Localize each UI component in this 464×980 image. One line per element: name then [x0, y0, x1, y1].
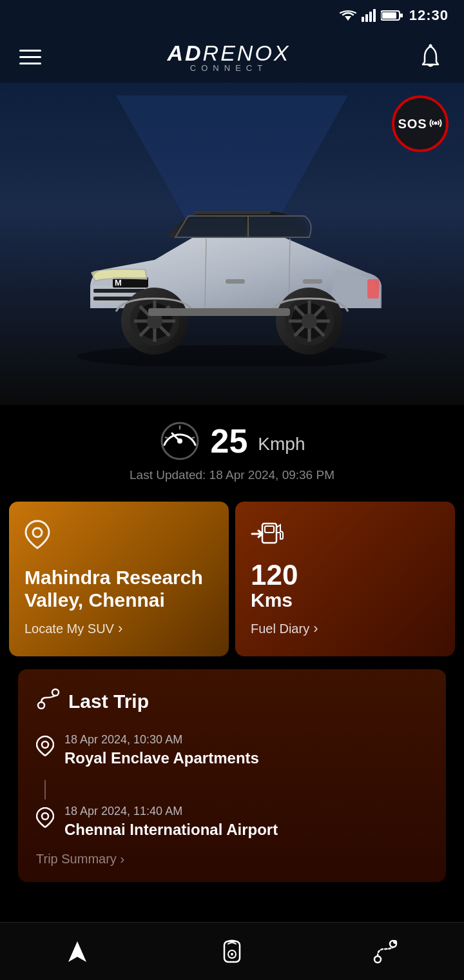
fuel-diary-link[interactable]: Fuel Diary — [251, 620, 440, 637]
location-card: Mahindra Research Valley, Chennai Locate… — [9, 502, 229, 656]
last-trip-header: Last Trip — [36, 687, 428, 715]
trip-point-2-info: 18 Apr 2024, 11:40 AM Chennai Internatio… — [64, 805, 278, 839]
signal-icon — [362, 9, 376, 22]
svg-rect-7 — [400, 14, 403, 17]
fuel-kms-value: 120 — [251, 561, 440, 589]
trip-point-1-info: 18 Apr 2024, 10:30 AM Royal Enclave Apar… — [64, 733, 259, 767]
svg-point-10 — [77, 345, 387, 366]
svg-line-44 — [165, 437, 168, 438]
fuel-icon — [251, 520, 285, 547]
svg-text:M: M — [115, 278, 122, 288]
app-header: ADRENOX CONNECT — [0, 31, 464, 83]
location-pin-2-icon — [36, 807, 54, 828]
location-card-icon — [24, 520, 213, 555]
sos-button[interactable]: SOS — [392, 95, 449, 152]
locate-suv-link[interactable]: Locate My SUV — [24, 620, 213, 637]
sos-signal-icon — [429, 116, 443, 132]
svg-point-50 — [42, 741, 48, 748]
bell-icon — [418, 44, 443, 70]
car-image: M — [39, 160, 425, 379]
svg-point-49 — [52, 689, 59, 696]
svg-rect-19 — [226, 279, 245, 284]
svg-rect-3 — [369, 12, 372, 22]
trip-start-icon — [36, 736, 54, 761]
trip-point-2-location: Chennai International Airport — [64, 821, 278, 839]
svg-point-8 — [429, 44, 432, 48]
svg-rect-16 — [367, 279, 379, 299]
svg-rect-20 — [303, 279, 322, 284]
trip-point-2-time: 18 Apr 2024, 11:40 AM — [64, 805, 278, 818]
svg-rect-12 — [93, 289, 145, 293]
svg-point-57 — [393, 940, 397, 944]
remote-control-icon — [218, 937, 246, 966]
speed-section: 25 Kmph Last Updated: 18 Apr 2024, 09:36… — [0, 405, 464, 495]
svg-line-43 — [191, 437, 195, 438]
fuel-kms-unit: Kms — [251, 589, 440, 611]
trip-point-1-location: Royal Enclave Apartments — [64, 749, 259, 767]
svg-point-9 — [434, 121, 437, 124]
bottom-navigation — [0, 922, 464, 980]
logo-text: ADRENOX — [167, 41, 290, 66]
svg-point-45 — [33, 528, 42, 537]
svg-point-55 — [374, 956, 381, 963]
svg-rect-1 — [362, 17, 364, 22]
hamburger-menu-button[interactable] — [19, 50, 41, 64]
svg-point-48 — [38, 702, 44, 709]
track-icon — [372, 937, 401, 966]
fuel-value-row: 120 Kms — [251, 556, 440, 611]
svg-point-54 — [231, 953, 233, 956]
car-illustration: M — [52, 173, 412, 366]
navigation-icon — [63, 937, 92, 966]
fuel-card: 120 Kms Fuel Diary — [235, 502, 455, 656]
status-icons — [340, 9, 403, 22]
trip-connector-line — [44, 780, 46, 799]
battery-icon — [381, 10, 403, 21]
speed-unit: Kmph — [258, 434, 305, 455]
location-name: Mahindra Research Valley, Chennai — [24, 567, 213, 611]
trip-end-icon — [36, 807, 54, 832]
status-bar: 12:30 — [0, 0, 464, 31]
sos-label: SOS — [398, 117, 427, 132]
speedometer-icon — [159, 420, 200, 462]
svg-rect-6 — [382, 12, 396, 19]
svg-point-41 — [177, 438, 182, 444]
app-logo: ADRENOX CONNECT — [167, 41, 290, 73]
notification-button[interactable] — [416, 43, 445, 71]
last-trip-title: Last Trip — [68, 691, 149, 712]
svg-marker-0 — [345, 16, 351, 21]
nav-remote-control[interactable] — [205, 931, 259, 972]
svg-rect-2 — [365, 14, 368, 22]
nav-track[interactable] — [360, 931, 414, 972]
logo-subtitle: CONNECT — [190, 63, 267, 73]
speed-row: 25 Kmph — [159, 420, 305, 462]
trip-summary-link[interactable]: Trip Summary — [36, 852, 428, 867]
svg-point-36 — [302, 313, 317, 329]
fuel-card-icon — [251, 520, 440, 549]
hero-section: SOS — [0, 83, 464, 405]
pin-icon — [24, 520, 50, 549]
svg-rect-4 — [373, 9, 376, 22]
route-icon — [36, 687, 61, 715]
location-pin-icon — [36, 736, 54, 756]
svg-point-51 — [42, 813, 48, 819]
trip-point-1: 18 Apr 2024, 10:30 AM Royal Enclave Apar… — [36, 733, 428, 767]
speed-value: 25 — [211, 422, 248, 460]
trip-point-2: 18 Apr 2024, 11:40 AM Chennai Internatio… — [36, 805, 428, 839]
cards-row: Mahindra Research Valley, Chennai Locate… — [0, 495, 464, 663]
status-time: 12:30 — [409, 7, 449, 24]
last-updated-text: Last Updated: 18 Apr 2024, 09:36 PM — [130, 468, 334, 482]
trip-route-icon — [36, 687, 61, 710]
nav-navigation[interactable] — [50, 931, 104, 972]
svg-rect-37 — [148, 308, 290, 316]
svg-rect-47 — [265, 526, 274, 533]
trip-point-1-time: 18 Apr 2024, 10:30 AM — [64, 733, 259, 747]
svg-rect-52 — [224, 941, 240, 962]
svg-rect-38 — [193, 211, 271, 214]
last-trip-section: Last Trip 18 Apr 2024, 10:30 AM Royal En… — [18, 669, 446, 882]
wifi-icon — [340, 9, 356, 22]
